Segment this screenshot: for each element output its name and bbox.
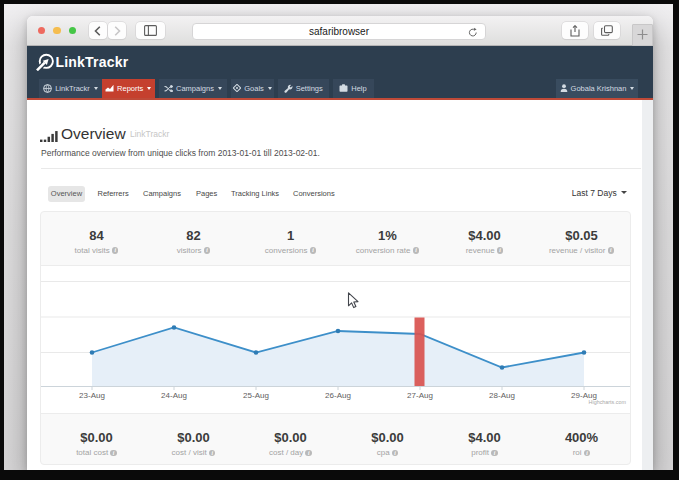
svg-text:26-Aug: 26-Aug: [325, 391, 351, 400]
svg-text:Highcharts.com: Highcharts.com: [589, 399, 627, 405]
svg-text:24-Aug: 24-Aug: [161, 391, 187, 400]
svg-text:25-Aug: 25-Aug: [243, 391, 269, 400]
svg-text:23-Aug: 23-Aug: [79, 391, 105, 400]
svg-text:27-Aug: 27-Aug: [407, 391, 433, 400]
svg-text:28-Aug: 28-Aug: [489, 391, 515, 400]
